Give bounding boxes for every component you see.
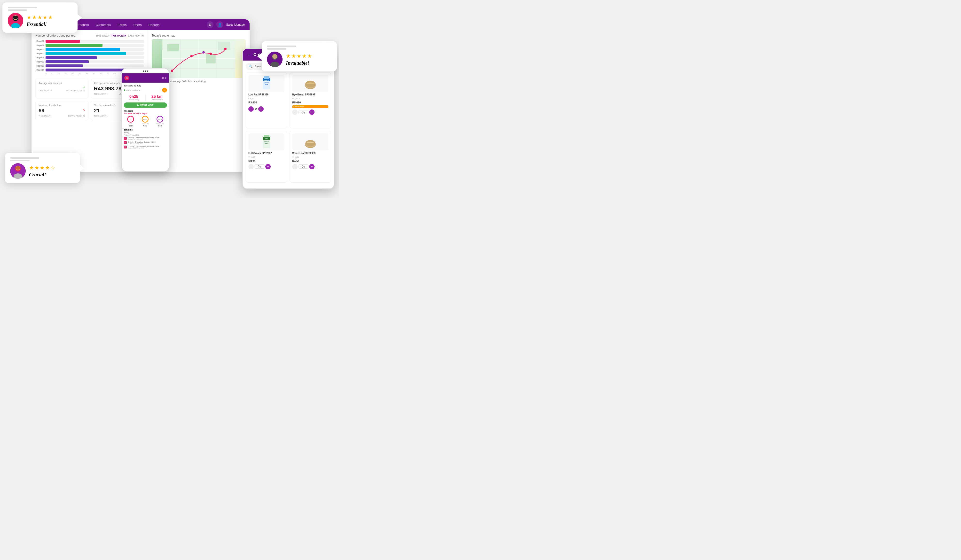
qty-minus-disabled-3: − (292, 164, 297, 169)
sales-manager-label: Sales Manager (226, 23, 246, 26)
goal-visits: 5 Visits Goal (127, 116, 134, 127)
bar-row-rep003: Rep003 (35, 48, 144, 51)
qty-plus-2[interactable]: + (265, 164, 271, 169)
pause-button[interactable]: ⏸ (162, 88, 167, 93)
qty-plus-3[interactable]: + (309, 164, 315, 169)
week-label: This week: 29 July - 4 August (124, 112, 167, 114)
product-name-1: Rye Bread SPS9897 (292, 93, 328, 96)
qty-minus-disabled-1: − (292, 109, 297, 115)
product-img-2: FULL CREAM MILK (248, 133, 284, 151)
svg-rect-22 (206, 54, 216, 63)
bar-row-rep006: Rep006 (35, 60, 144, 63)
mobile-settings-icon[interactable]: ⚙ (162, 77, 164, 80)
product-card-0: LOWFAT SPROUT MILK Low Fat SPS9356 Km_b1… (246, 72, 287, 128)
timeline-date: Friday, 17 May 2019 (124, 134, 167, 136)
svg-point-4 (13, 16, 18, 19)
stat-period-0: THIS MONTH (39, 89, 52, 92)
review-card-crucial: ★★★★☆ Crucial! (5, 153, 80, 183)
mobile-menu-icon[interactable]: ≡ (165, 77, 167, 80)
qty-plus-0[interactable]: + (258, 106, 264, 112)
period-this-week[interactable]: THIS WEEK (96, 34, 109, 37)
review-card-invaluable: ★★★★★ Invaluable! (262, 41, 337, 71)
review-card-essential: ★★★★★ Essential! (2, 2, 77, 33)
products-grid: LOWFAT SPROUT MILK Low Fat SPS9356 Km_b1… (243, 72, 334, 186)
timeline-icon-0: 🛒 (124, 137, 127, 140)
qty-input-row-1: − + (292, 109, 328, 115)
nav-forms[interactable]: Forms (115, 22, 130, 28)
stat-meta-2: DOWN FROM 87 (68, 115, 85, 117)
qty-plus-1[interactable]: + (309, 109, 315, 115)
mobile-header-icons: ⚙ ≡ (162, 77, 167, 80)
product-name-2: Full Cream SPS2907 (248, 152, 284, 154)
svg-rect-23 (218, 42, 230, 50)
bar-row-rep004: Rep004 (35, 52, 144, 55)
tl-subtext-2: Customer | 17 May, 2019 (128, 147, 159, 149)
stat-avg-visit-duration: Average visit duration ↗ THIS MONTH UP F… (35, 79, 88, 98)
svg-rect-34 (264, 76, 270, 79)
qty-input-row-3: − + (292, 164, 328, 169)
product-card-3: White Loaf SPS2983 Vl_ac18 R4.50 − + (289, 131, 331, 183)
qty-input-3[interactable] (299, 164, 308, 168)
product-price-0: R3,800 (248, 101, 284, 104)
svg-point-27 (224, 48, 227, 50)
back-arrow-icon[interactable]: ← (247, 52, 251, 58)
mobile-stats-row: 0h25 Worked today 25 km Traveled today (124, 95, 167, 101)
traveled-value: 25 km (147, 95, 167, 99)
nav-reports[interactable]: Reports (145, 22, 162, 28)
svg-point-8 (272, 54, 277, 59)
product-name-0: Low Fat SPS9356 (248, 93, 284, 96)
product-name-3: White Loaf SPS2983 (292, 152, 328, 154)
review-avatar-invaluable (267, 51, 283, 67)
svg-text:CREAM: CREAM (264, 141, 268, 142)
bar-row-rep007: Rep007 (35, 64, 144, 67)
review-label-invaluable: Invaluable! (286, 60, 313, 66)
goal-orders-ring: 134026 (142, 116, 149, 123)
period-this-month[interactable]: THIS MONTH (111, 34, 126, 37)
bar-row-rep002: Rep002 (35, 44, 144, 47)
mobile-app-logo: B (124, 75, 129, 80)
stat-val-2: 69 (39, 108, 44, 114)
status-dot-1 (143, 71, 144, 72)
qty-minus-disabled-2: − (248, 164, 254, 169)
qty-minus-0[interactable]: − (248, 106, 254, 112)
product-code-2: Vl_re15 (248, 156, 284, 158)
product-code-3: Vl_ac18 (292, 156, 328, 158)
mobile-status-bar (122, 69, 169, 74)
nav-customers[interactable]: Customers (93, 22, 114, 28)
start-visit-button[interactable]: ▶ START VISIT (124, 103, 167, 108)
settings-icon[interactable]: ⚙ (207, 21, 214, 28)
timeline-icon-2: 🛒 (124, 146, 127, 148)
qty-input-2[interactable] (255, 164, 264, 168)
product-price-2: R3.95 (248, 160, 284, 162)
review-line-5 (10, 157, 39, 159)
review-line-1 (8, 7, 37, 8)
trend-up-0: ↗ (82, 85, 85, 89)
timeline-item-2: 🛒 Order by Checkers Lifestyle Centre #39… (124, 146, 167, 149)
user-icon[interactable]: 👤 (216, 21, 223, 28)
svg-text:MILK: MILK (265, 143, 268, 144)
stat-divider (145, 95, 146, 101)
svg-point-25 (190, 55, 193, 58)
clocked-indicator (124, 89, 125, 91)
period-last-month[interactable]: LAST MONTH (128, 34, 144, 37)
timeline-section: Timeline Today Friday, 17 May 2019 🛒 Ord… (124, 128, 167, 149)
qty-input-1[interactable] (299, 110, 308, 114)
svg-point-26 (210, 53, 212, 55)
traveled-today-stat: 25 km Traveled today (147, 95, 167, 101)
review-stars-essential: ★★★★★ (27, 14, 53, 21)
worked-value: 0h25 (124, 95, 144, 99)
svg-point-28 (202, 51, 205, 53)
start-visit-label: START VISIT (140, 104, 153, 106)
product-img-0: LOWFAT SPROUT MILK (248, 75, 284, 92)
goal-orders: 134026 Orders (R) Goal (142, 116, 149, 127)
goals-title: My goals (124, 110, 167, 112)
qty-val-0: 2 (255, 107, 257, 111)
nav-users[interactable]: Users (130, 22, 145, 28)
stat-val-3: 21 (94, 108, 100, 114)
svg-text:SPROUT: SPROUT (264, 82, 269, 83)
traveled-label: Traveled today (147, 99, 167, 101)
mobile-app-screen: B ⚙ ≡ Tuesday, 30 July Karen clocked in … (121, 68, 170, 172)
stat-period-1: THIS MONTH (94, 93, 108, 95)
mobile-clocked-status: Karen clocked in ⏸ (124, 88, 167, 93)
timeline-item-1: 🛒 Order by Champions Supplies #3929 EL_r… (124, 141, 167, 144)
